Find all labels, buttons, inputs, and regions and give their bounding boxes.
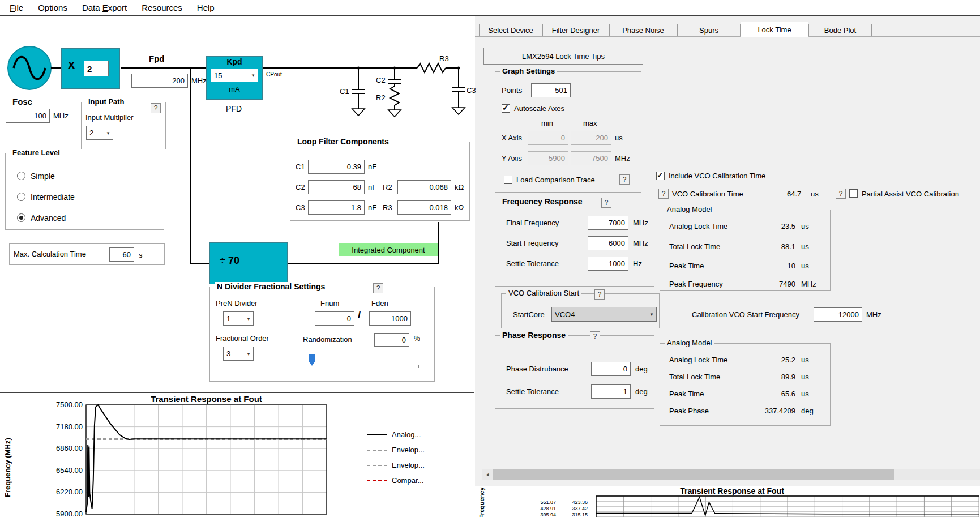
fosc-unit: MHz [53, 112, 69, 121]
tab-bode-plot[interactable]: Bode Plot [808, 24, 872, 36]
vco-cal-time-unit: us [811, 190, 819, 199]
peak-frequency-label: Peak Frequency [669, 280, 723, 289]
radio-intermediate-label: Intermediate [31, 193, 75, 202]
lf-c2-label: C2 [296, 183, 305, 192]
radio-selected-dot [19, 216, 23, 220]
y-max-input[interactable] [571, 151, 611, 165]
tab-lock-time[interactable]: Lock Time [741, 22, 808, 37]
lf-r3-unit: kΩ [455, 203, 464, 212]
randomization-slider-track[interactable] [305, 361, 419, 362]
n-divider-block-label: ÷ 70 [220, 256, 239, 265]
menu-options[interactable]: Options [31, 1, 75, 15]
phase-peak-time-value: 65.6 [744, 390, 795, 399]
peak-frequency-unit: MHz [801, 280, 816, 289]
transient-chart-ylabel: Frequency (MHz) [3, 438, 12, 497]
fractional-order-label: Fractional Order [216, 334, 269, 343]
freq-total-lock-time-value: 88.1 [750, 242, 795, 251]
lf-r3-input[interactable] [397, 200, 451, 215]
kpd-current-value: 15 [211, 71, 249, 80]
lf-c2-input[interactable] [308, 180, 365, 194]
input-multiplier-dropdown[interactable]: 2 ▾ [86, 126, 113, 140]
radio-simple-label: Simple [31, 172, 55, 181]
lf-r2-label: R2 [383, 183, 392, 192]
final-frequency-input[interactable] [588, 216, 628, 230]
fden-input[interactable] [369, 311, 411, 326]
freq-analog-lock-time-unit: us [801, 222, 809, 231]
vco-cal-time-value: 64.7 [787, 190, 801, 199]
legend-label: Envelop... [392, 446, 425, 454]
menu-file[interactable]: File [2, 1, 31, 15]
load-comparison-help-button[interactable]: ? [619, 174, 630, 185]
legend-line-sample [367, 480, 387, 481]
x-max-input[interactable] [571, 131, 611, 145]
chevron-down-icon: ▾ [249, 72, 258, 78]
fosc-input[interactable] [6, 109, 50, 123]
n-divider-help-button[interactable]: ? [373, 283, 383, 293]
scroll-left-button[interactable]: ◄ [482, 469, 493, 480]
multiplier-input[interactable] [84, 61, 109, 76]
partial-assist-help-button[interactable]: ? [836, 189, 846, 199]
fraction-slash: / [358, 310, 361, 319]
legend-label: Analog... [392, 430, 421, 439]
frequency-response-help-button[interactable]: ? [601, 198, 611, 208]
startcore-dropdown[interactable]: VCO4 ▾ [551, 307, 657, 322]
vco-cal-time-help-button[interactable]: ? [658, 189, 669, 199]
phase-response-help-button[interactable]: ? [590, 331, 600, 341]
menu-help[interactable]: Help [190, 1, 222, 15]
fnum-input[interactable] [315, 311, 354, 326]
pren-divider-dropdown[interactable]: 1 ▾ [223, 311, 254, 326]
chevron-down-icon: ▾ [244, 316, 253, 322]
radio-simple[interactable] [17, 172, 25, 180]
input-path-help-button[interactable]: ? [151, 103, 161, 113]
kpd-current-dropdown[interactable]: 15 ▾ [211, 69, 258, 82]
partial-assist-checkbox[interactable] [849, 189, 858, 198]
max-calc-unit: s [139, 251, 143, 260]
lock-time-tips-button[interactable]: LMX2594 Lock Time Tips [483, 48, 643, 65]
r2-label: R2 [376, 93, 386, 102]
fden-label: Fden [371, 299, 388, 308]
points-input[interactable] [531, 83, 571, 97]
menu-data-export[interactable]: Data Export [75, 1, 134, 15]
settle-tolerance-freq-input[interactable] [588, 257, 628, 271]
autoscale-checkbox[interactable]: ✓ [502, 104, 510, 113]
lf-r2-input[interactable] [397, 180, 451, 194]
tab-spurs[interactable]: Spurs [677, 24, 741, 36]
cal-vco-start-freq-input[interactable] [814, 307, 862, 322]
radio-intermediate[interactable] [17, 193, 25, 201]
slider-tick [362, 365, 362, 368]
phase-disturbance-input[interactable] [591, 362, 631, 376]
scrollbar-thumb[interactable] [493, 469, 894, 480]
min-label: min [541, 119, 553, 128]
tab-filter-designer[interactable]: Filter Designer [542, 24, 609, 36]
lf-c3-input[interactable] [308, 200, 365, 215]
y-min-input[interactable] [528, 151, 568, 165]
fractional-order-dropdown[interactable]: 3 ▾ [223, 347, 254, 361]
vco-cal-start-help-button[interactable]: ? [594, 289, 605, 300]
start-frequency-input[interactable] [588, 236, 628, 250]
tab-phase-noise[interactable]: Phase Noise [609, 24, 677, 36]
fpd-input[interactable] [131, 74, 188, 88]
menu-resources[interactable]: Resources [134, 1, 190, 15]
legend-label: Envelop... [392, 461, 425, 469]
max-calc-input[interactable] [109, 247, 134, 262]
settle-tolerance-phase-unit: deg [635, 387, 648, 396]
freq-analog-lock-time-value: 23.5 [750, 222, 795, 231]
fractional-order-value: 3 [224, 349, 244, 358]
lf-r2-unit: kΩ [455, 183, 464, 192]
cal-vco-start-freq-label: Calibration VCO Start Frequency [692, 310, 799, 319]
fpd-label: Fpd [149, 54, 165, 63]
r3-label: R3 [439, 54, 449, 63]
randomization-input[interactable] [374, 333, 409, 347]
input-path-title: Input Path [86, 97, 127, 106]
phase-analog-lock-time-unit: us [801, 356, 809, 365]
settle-tolerance-phase-input[interactable] [591, 384, 631, 399]
radio-advanced[interactable] [17, 213, 25, 222]
load-comparison-checkbox[interactable] [504, 176, 512, 184]
tab-select-device[interactable]: Select Device [479, 24, 542, 36]
slider-tick [418, 365, 419, 368]
lf-c1-input[interactable] [308, 160, 365, 174]
start-frequency-unit: MHz [633, 239, 648, 248]
include-vco-cal-label: Include VCO Calibration Time [669, 172, 765, 181]
x-min-input[interactable] [528, 131, 568, 145]
include-vco-cal-checkbox[interactable]: ✓ [656, 172, 665, 180]
